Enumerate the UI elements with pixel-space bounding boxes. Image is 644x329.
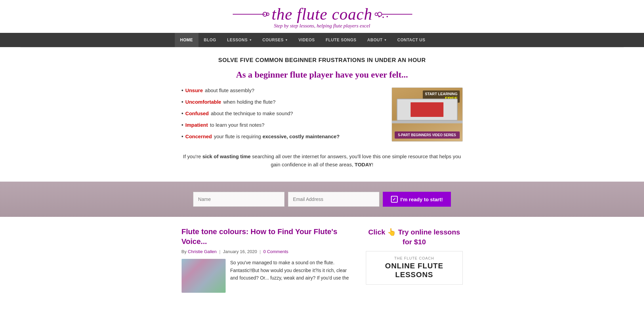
list-item: Unsure about flute assembly? [182, 87, 381, 94]
list-item: Impatient to learn your first notes? [182, 122, 381, 128]
nav-blog[interactable]: BLOG [199, 33, 222, 47]
lessons-arrow-icon: ▾ [250, 38, 252, 42]
bullet-keyword-unsure: Unsure [185, 87, 203, 93]
hero-headline: SOLVE FIVE COMMON BEGINNER FRUSTRATIONS … [182, 57, 463, 64]
svg-point-8 [387, 16, 388, 17]
sidebar-banner-title: ONLINE FLUTE LESSONS [371, 262, 458, 280]
list-item: Confused about the technique to make sou… [182, 110, 381, 117]
logo[interactable]: the flute coach Step by step lessons, he… [231, 6, 413, 29]
bullet-keyword-impatient: Impatient [185, 122, 208, 128]
nav-videos[interactable]: VIDEOS [293, 33, 320, 47]
bullet-keyword-confused: Confused [185, 110, 209, 116]
svg-point-4 [378, 12, 382, 16]
about-arrow-icon: ▾ [385, 38, 387, 42]
nav-lessons[interactable]: LESSONS ▾ [222, 33, 257, 47]
name-input[interactable] [193, 192, 285, 207]
ad-image[interactable]: START LEARNINGFREE 5-PART BEGINNERS VIDE… [392, 87, 463, 142]
blog-comments[interactable]: 0 Comments [263, 249, 288, 254]
nav-about[interactable]: ABOUT ▾ [362, 33, 392, 47]
blog-main: Flute tone colours: How to Find Your Flu… [182, 227, 356, 293]
blog-excerpt: So you've managed to make a sound on the… [230, 259, 356, 293]
blog-post-title[interactable]: Flute tone colours: How to Find Your Flu… [182, 227, 356, 246]
cta-banner: ✓ I'm ready to start! [0, 182, 644, 217]
svg-point-7 [382, 17, 384, 18]
logo-line-right [372, 9, 413, 19]
list-item: Uncomfortable when holding the flute? [182, 99, 381, 105]
email-input[interactable] [288, 192, 379, 207]
site-header: the flute coach Step by step lessons, he… [0, 0, 644, 33]
blog-body-row: So you've managed to make a sound on the… [182, 259, 356, 293]
hero-body-text: If you're sick of wasting time searching… [182, 152, 463, 169]
bullet-keyword-concerned: Concerned [185, 133, 212, 139]
hero-body: Unsure about flute assembly? Uncomfortab… [182, 87, 463, 145]
bullet-keyword-uncomfortable: Uncomfortable [185, 99, 221, 105]
sidebar-cta: Click 👆 Try online lessons for $10 [366, 227, 463, 247]
blog-author[interactable]: Christie Gallen [188, 249, 216, 254]
main-nav: HOME BLOG LESSONS ▾ COURSES ▾ VIDEOS FLU… [0, 33, 644, 47]
checkmark-icon: ✓ [391, 196, 398, 203]
logo-line-left [231, 9, 272, 19]
cta-form: ✓ I'm ready to start! [175, 192, 470, 207]
nav-contact[interactable]: CONTACT US [392, 33, 431, 47]
sidebar-banner: THE FLUTE COACH ONLINE FLUTE LESSONS [366, 251, 463, 285]
list-item: Concerned your flute is requiring excess… [182, 133, 381, 140]
bullet-list: Unsure about flute assembly? Uncomfortab… [182, 87, 381, 145]
ad-bottom-banner: 5-PART BEGINNERS VIDEO SERIES [395, 131, 460, 139]
nav-flute-songs[interactable]: FLUTE SONGS [320, 33, 362, 47]
svg-point-3 [375, 13, 378, 16]
blog-meta: By Christie Gallen | January 16, 2020 | … [182, 249, 356, 254]
blog-thumbnail [182, 259, 226, 293]
logo-text: the flute coach [272, 6, 373, 22]
blog-sidebar: Click 👆 Try online lessons for $10 THE F… [366, 227, 463, 293]
logo-subtitle: Step by step lessons, helping flute play… [231, 23, 413, 29]
bottom-content: Flute tone colours: How to Find Your Flu… [175, 227, 470, 293]
hero-section: SOLVE FIVE COMMON BEGINNER FRUSTRATIONS … [182, 47, 463, 176]
blog-date: January 16, 2020 [223, 249, 257, 254]
blog-by-label: By [182, 249, 187, 254]
sidebar-cta-text[interactable]: Click 👆 Try online lessons for $10 [366, 227, 463, 247]
svg-point-6 [378, 16, 380, 17]
cta-submit-button[interactable]: ✓ I'm ready to start! [383, 192, 451, 207]
nav-home[interactable]: HOME [175, 33, 199, 47]
nav-courses[interactable]: COURSES ▾ [257, 33, 293, 47]
courses-arrow-icon: ▾ [286, 38, 288, 42]
sidebar-banner-label: THE FLUTE COACH [371, 256, 458, 260]
hero-subheadline: As a beginner flute player have you ever… [182, 70, 463, 80]
